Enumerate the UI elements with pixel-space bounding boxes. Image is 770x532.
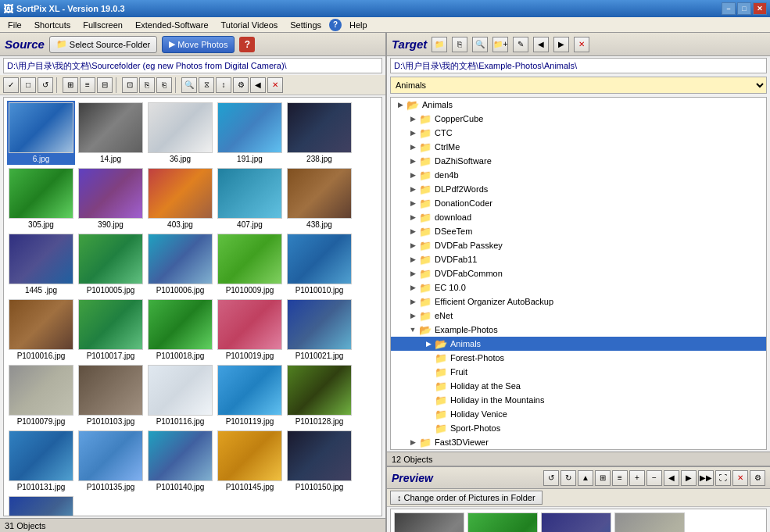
- tree-item[interactable]: ▶📁den4b: [391, 168, 766, 182]
- source-photo-item[interactable]: 403.jpg: [146, 166, 214, 230]
- target-tree-container[interactable]: ▶📂Animals▶📁CopperCube▶📁CTC▶📁CtrlMe▶📁DaZh…: [390, 97, 767, 450]
- source-photo-item[interactable]: P1010103.jpg: [77, 363, 145, 427]
- tree-item[interactable]: 📁Sport-Photos: [391, 421, 766, 435]
- source-photo-item[interactable]: P1010079.jpg: [7, 363, 75, 427]
- change-order-button[interactable]: ↕ Change order of Pictures in Folder: [390, 491, 543, 505]
- tree-item[interactable]: ▶📁DaZhiSoftware: [391, 154, 766, 168]
- tree-item[interactable]: ▶📁eNet: [391, 309, 766, 323]
- source-photo-item[interactable]: P1010005.jpg: [77, 232, 145, 296]
- tree-item[interactable]: ▶📁DLPdf2Words: [391, 182, 766, 196]
- tree-item[interactable]: ▶📂Animals: [391, 337, 766, 351]
- source-photo-item[interactable]: P1010018.jpg: [146, 298, 214, 362]
- target-rename-btn[interactable]: ✎: [513, 37, 528, 52]
- preview-thumb[interactable]: [467, 512, 538, 532]
- source-photo-item[interactable]: P1010116.jpg: [146, 363, 214, 427]
- tree-expander-icon[interactable]: ▶: [406, 169, 419, 181]
- source-photo-item[interactable]: 36.jpg: [146, 101, 214, 165]
- select-all-button[interactable]: ⊡: [122, 77, 138, 93]
- source-photo-item[interactable]: P1010017.jpg: [77, 298, 145, 362]
- menu-shortcuts[interactable]: Shortcuts: [28, 19, 77, 31]
- menu-settings[interactable]: Settings: [284, 19, 328, 31]
- source-photo-item[interactable]: P1010016.jpg: [7, 298, 75, 362]
- source-photo-item[interactable]: 438.jpg: [285, 166, 353, 230]
- menu-file[interactable]: File: [2, 19, 28, 31]
- tree-item[interactable]: ▶📁DVDFabCommon: [391, 266, 766, 280]
- tree-item[interactable]: ▶📁CTC: [391, 126, 766, 140]
- back-button[interactable]: ◀: [250, 77, 266, 93]
- maximize-button[interactable]: □: [737, 2, 751, 15]
- target-folder-btn[interactable]: 📁: [432, 37, 447, 52]
- tree-expander-icon[interactable]: ▶: [406, 267, 419, 280]
- tree-expander-icon[interactable]: ▶: [406, 239, 419, 252]
- tree-expander-icon[interactable]: ▶: [422, 337, 435, 350]
- tree-expander-icon[interactable]: [422, 422, 435, 434]
- source-help-button[interactable]: ?: [239, 37, 255, 52]
- list-view-button[interactable]: ≡: [80, 77, 95, 93]
- grid-view-button[interactable]: ⊞: [63, 77, 78, 93]
- target-forward-btn[interactable]: ▶: [553, 37, 569, 52]
- preview-grid-btn[interactable]: ⊞: [595, 470, 611, 486]
- tree-item[interactable]: 📁Fruit: [391, 365, 766, 379]
- menu-help[interactable]: Help: [343, 19, 374, 31]
- preview-right-btn[interactable]: ▶: [681, 470, 697, 486]
- preview-settings-btn[interactable]: ⚙: [750, 470, 765, 486]
- tree-expander-icon[interactable]: ▶: [406, 155, 419, 167]
- tree-expander-icon[interactable]: ▶: [406, 197, 419, 209]
- preview-fullscreen-btn[interactable]: ⛶: [715, 470, 731, 486]
- source-photo-item[interactable]: P1010009.jpg: [216, 232, 284, 296]
- sort-button[interactable]: ↕: [216, 77, 231, 93]
- delete-button[interactable]: ✕: [267, 77, 283, 93]
- tree-item[interactable]: ▶📂Animals: [391, 98, 766, 112]
- check-all-button[interactable]: ✓: [3, 77, 19, 93]
- search-button[interactable]: 🔍: [181, 77, 197, 93]
- source-photo-item[interactable]: P1010010.jpg: [285, 232, 353, 296]
- tree-item[interactable]: ▶📁CopperCube: [391, 112, 766, 126]
- menu-extended[interactable]: Extended-Software: [129, 19, 215, 31]
- tree-expander-icon[interactable]: ▶: [406, 112, 419, 125]
- settings-button[interactable]: ⚙: [233, 77, 249, 93]
- preview-thumb[interactable]: [394, 512, 464, 532]
- tree-item[interactable]: ▶📁DSeeTem: [391, 224, 766, 238]
- tree-item[interactable]: ▶📁CtrlMe: [391, 140, 766, 154]
- source-photo-item[interactable]: P1010128.jpg: [285, 363, 353, 427]
- tree-item[interactable]: ▶📁DVDFab11: [391, 252, 766, 266]
- tree-expander-icon[interactable]: ▶: [406, 295, 419, 308]
- menu-tutorial[interactable]: Tutorial Videos: [215, 19, 285, 31]
- target-new-folder-btn[interactable]: 📁+: [492, 37, 508, 52]
- minimize-button[interactable]: –: [722, 2, 736, 15]
- tree-item[interactable]: 📁Holiday at the Sea: [391, 379, 766, 393]
- preview-play-btn[interactable]: ▶▶: [698, 470, 714, 486]
- source-photo-item[interactable]: P1010019.jpg: [216, 298, 284, 362]
- preview-delete-btn[interactable]: ✕: [732, 470, 748, 486]
- tree-expander-icon[interactable]: [422, 366, 435, 378]
- preview-refresh-btn[interactable]: ↻: [560, 470, 576, 486]
- uncheck-all-button[interactable]: □: [20, 77, 36, 93]
- tree-expander-icon[interactable]: ▶: [406, 225, 419, 237]
- tree-item[interactable]: ▶📁EC 10.0: [391, 280, 766, 295]
- source-photo-item[interactable]: P1010135.jpg: [77, 429, 145, 493]
- target-copy-btn[interactable]: ⎘: [452, 37, 467, 52]
- tree-expander-icon[interactable]: ▶: [406, 127, 419, 139]
- tree-expander-icon[interactable]: ▶: [406, 281, 419, 294]
- target-back-btn[interactable]: ◀: [533, 37, 549, 52]
- tree-expander-icon[interactable]: [422, 408, 435, 420]
- source-photo-item[interactable]: P1010145.jpg: [216, 429, 284, 493]
- tree-item[interactable]: 📁Holiday in the Mountains: [391, 393, 766, 407]
- tree-item[interactable]: ▶📁DVDFab Passkey: [391, 238, 766, 252]
- source-photo-item[interactable]: P1010119.jpg: [216, 363, 284, 427]
- source-photo-item[interactable]: 238.jpg: [285, 101, 353, 165]
- help-icon[interactable]: ?: [329, 19, 342, 31]
- tree-expander-icon[interactable]: ▶: [394, 98, 406, 111]
- source-photo-item[interactable]: 14.jpg: [77, 101, 145, 165]
- tree-expander-icon[interactable]: [422, 380, 435, 392]
- source-photo-item[interactable]: P1010131.jpg: [7, 429, 75, 493]
- source-photo-item[interactable]: P1010150.jpg: [285, 429, 353, 493]
- tree-expander-icon[interactable]: [422, 394, 435, 406]
- tree-item[interactable]: ▶📁DonationCoder: [391, 196, 766, 210]
- tree-expander-icon[interactable]: ▶: [406, 309, 419, 322]
- source-photo-item[interactable]: 1445 .jpg: [7, 232, 75, 296]
- copy-button[interactable]: ⎘: [139, 77, 155, 93]
- source-photo-item[interactable]: 305.jpg: [7, 166, 75, 230]
- tree-expander-icon[interactable]: ▶: [406, 211, 419, 223]
- target-folder-dropdown[interactable]: Animals: [390, 77, 767, 94]
